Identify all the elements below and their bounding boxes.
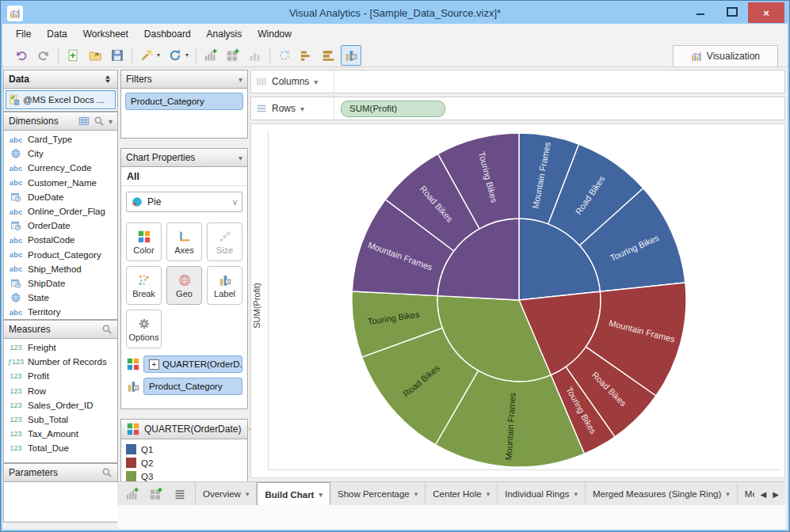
data-panel-header[interactable]: Data: [3, 70, 118, 89]
new-document-button[interactable]: [63, 45, 83, 66]
rows-pill-sum-profit[interactable]: SUM(Profit): [341, 101, 445, 117]
dimension-item-product_category[interactable]: abcProduct_Category: [4, 248, 117, 262]
tab-build-chart[interactable]: Build Chart▾: [257, 482, 330, 506]
open-folder-button[interactable]: [85, 45, 105, 66]
collapse-icon[interactable]: ▾: [239, 75, 242, 84]
expand-icon[interactable]: +: [149, 359, 159, 370]
measure-item-tax_amount[interactable]: 123Tax_Amount: [4, 427, 117, 441]
geo-button[interactable]: Geo: [166, 266, 202, 305]
maximize-button[interactable]: [716, 2, 748, 21]
save-button[interactable]: [107, 45, 128, 66]
legend-item-q1[interactable]: Q1: [126, 443, 242, 456]
options-button[interactable]: Options: [126, 310, 162, 348]
dimension-item-city[interactable]: City: [4, 146, 117, 161]
dimension-item-orderdate[interactable]: OrderDate: [4, 218, 117, 233]
tab-menu-caret[interactable]: ▾: [319, 491, 322, 499]
dimension-item-ship_method[interactable]: abcShip_Method: [4, 262, 117, 276]
measure-item-freight[interactable]: 123Freight: [4, 340, 117, 355]
collapse-icon[interactable]: ▾: [239, 154, 242, 162]
columns-shelf-label[interactable]: Columns ▾: [251, 70, 334, 93]
chevron-down-icon[interactable]: ▾: [109, 117, 113, 126]
menu-worksheet[interactable]: Worksheet: [76, 26, 135, 42]
undo-button[interactable]: [11, 45, 32, 66]
tab-individual-rings[interactable]: Individual Rings▾: [498, 482, 586, 506]
dimension-item-territory[interactable]: abcTerritory: [4, 305, 117, 319]
measure-item-total_due[interactable]: 123Total_Due: [4, 441, 117, 455]
tab-menu-caret[interactable]: ▾: [246, 490, 250, 498]
break-button[interactable]: Break: [126, 266, 162, 305]
menu-window[interactable]: Window: [250, 26, 299, 42]
pill-label: QUARTER(OrderD...: [162, 359, 242, 369]
add-dashboard-button[interactable]: [223, 45, 243, 66]
close-button[interactable]: ×: [748, 2, 784, 23]
dimension-item-customer_name[interactable]: abcCustomer_Name: [4, 176, 117, 190]
tab-center-hole[interactable]: Center Hole▾: [426, 482, 498, 506]
tab-show-percentage[interactable]: Show Percentage▾: [330, 482, 426, 506]
dropdown-caret[interactable]: ▾: [157, 51, 163, 59]
refresh-button[interactable]: [165, 45, 185, 66]
assignment-pill[interactable]: +QUARTER(OrderD...: [143, 355, 242, 373]
sort-bars-2-button[interactable]: [319, 45, 339, 66]
legend-item-q2[interactable]: Q2: [126, 456, 242, 469]
chevron-down-icon[interactable]: ▾: [314, 78, 318, 86]
measure-item-sales_order_id[interactable]: 123Sales_Order_ID: [4, 398, 117, 412]
measure-item-sub_total[interactable]: 123Sub_Total: [4, 412, 117, 427]
axes-button[interactable]: Axes: [166, 222, 202, 261]
field-label: OrderDate: [28, 221, 71, 230]
tab-scroll-right[interactable]: ▶: [773, 490, 779, 499]
data-wizard-button[interactable]: [136, 45, 157, 66]
filter-pill[interactable]: Product_Category: [125, 93, 243, 110]
menu-data[interactable]: Data: [40, 26, 74, 42]
string-type-icon: abc: [7, 178, 25, 187]
geo-globe-icon: [177, 273, 192, 287]
tab-merge[interactable]: Merge: [738, 482, 754, 506]
tab-merged-measures-single-ring-[interactable]: Merged Measures (Single Ring)▾: [586, 482, 738, 506]
dimension-item-duedate[interactable]: DueDate: [4, 190, 117, 204]
rows-shelf-label[interactable]: Rows ▾: [251, 97, 334, 120]
add-chart-button[interactable]: [200, 45, 221, 66]
table-grid-icon[interactable]: [78, 116, 90, 127]
menu-analysis[interactable]: Analysis: [200, 26, 250, 42]
dimension-item-online_order_flag[interactable]: abcOnline_Order_Flag: [4, 204, 117, 218]
tab-menu-caret[interactable]: ▾: [487, 490, 490, 498]
dimension-item-postalcode[interactable]: abcPostalCode: [4, 233, 117, 247]
field-label: Sales_Order_ID: [28, 401, 93, 410]
minimize-button[interactable]: [685, 2, 716, 21]
menu-file[interactable]: File: [9, 26, 38, 42]
add-dashboard-button[interactable]: [146, 484, 166, 504]
dimension-item-currency_code[interactable]: abcCurrency_Code: [4, 161, 117, 175]
search-icon[interactable]: [101, 324, 113, 335]
dimension-item-state[interactable]: State: [4, 291, 117, 305]
legend-header[interactable]: QUARTER(OrderDate) ▾: [120, 419, 248, 439]
add-worksheet-button[interactable]: [122, 484, 143, 504]
worksheet-list-button[interactable]: [170, 484, 190, 504]
chart-type-select[interactable]: Pie v: [126, 192, 242, 212]
sort-bars-button[interactable]: [296, 45, 317, 66]
measure-item-number_of_records[interactable]: ƒ123Number of Records: [4, 355, 117, 369]
search-icon[interactable]: [101, 467, 113, 478]
assignment-pill[interactable]: Product_Category: [143, 378, 242, 395]
chevron-down-icon[interactable]: ▾: [300, 104, 304, 113]
measure-item-profit[interactable]: 123Profit: [4, 369, 117, 383]
color-grid-icon: [126, 357, 140, 371]
tab-menu-caret[interactable]: ▾: [414, 490, 418, 498]
color-button[interactable]: Color: [126, 222, 162, 261]
tab-scroll-left[interactable]: ◀: [761, 490, 767, 499]
rows-shelf[interactable]: Rows ▾ SUM(Profit): [250, 97, 785, 120]
dimension-item-card_type[interactable]: abcCard_Type: [4, 132, 117, 146]
menu-dashboard[interactable]: Dashboard: [137, 26, 198, 42]
visualization-tab[interactable]: Visualization: [673, 45, 778, 66]
columns-shelf[interactable]: Columns ▾: [250, 70, 785, 93]
search-icon[interactable]: [94, 116, 105, 127]
label-button[interactable]: Label: [207, 266, 242, 305]
tab-menu-caret[interactable]: ▾: [574, 490, 578, 498]
measure-item-row[interactable]: 123Row: [4, 384, 117, 398]
data-source-item[interactable]: @MS Excel Docs ...: [6, 90, 116, 109]
updown-icon[interactable]: [103, 74, 113, 84]
tab-menu-caret[interactable]: ▾: [726, 490, 730, 498]
tab-overview[interactable]: Overview▾: [196, 482, 257, 506]
field-label: Territory: [28, 307, 61, 317]
dropdown-caret[interactable]: ▾: [185, 51, 192, 59]
label-chart-button[interactable]: [341, 45, 361, 66]
dimension-item-shipdate[interactable]: ShipDate: [4, 276, 117, 291]
